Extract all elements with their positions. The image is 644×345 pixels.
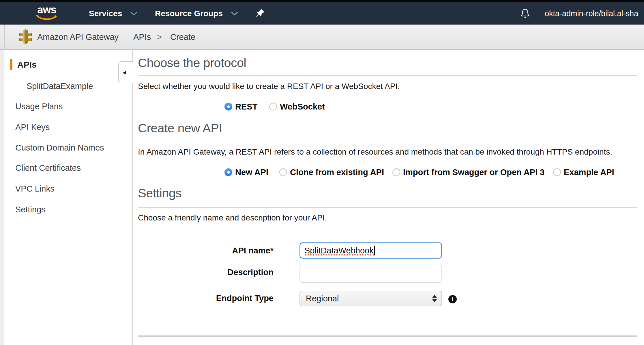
- radio-option-rest[interactable]: REST: [224, 102, 257, 112]
- radio-option-clone-api[interactable]: Clone from existing API: [279, 168, 384, 177]
- api-name-label: API name*: [173, 246, 274, 255]
- sidebar-item-vpc-links[interactable]: VPC Links: [15, 184, 54, 194]
- endpoint-type-select[interactable]: Regional: [299, 291, 442, 306]
- protocol-section-description: Select whether you would like to create …: [138, 82, 400, 91]
- pin-icon[interactable]: [256, 8, 265, 19]
- section-divider: [138, 75, 637, 76]
- example-api-radio-button[interactable]: [553, 168, 561, 176]
- endpoint-type-info-icon[interactable]: i: [448, 295, 457, 303]
- text-cursor: [374, 246, 375, 255]
- description-input[interactable]: [299, 265, 442, 283]
- nav-menu-resource-groups[interactable]: Resource Groups: [155, 9, 223, 18]
- aws-console-window: aws Services Resource Groups okta-admin-…: [0, 0, 644, 345]
- radio-option-websocket[interactable]: WebSocket: [269, 102, 325, 112]
- nav-menu-services[interactable]: Services: [89, 9, 122, 18]
- radio-option-import-swagger[interactable]: Import from Swagger or Open API 3: [392, 168, 544, 177]
- select-stepper-icon: [432, 295, 437, 303]
- settings-section-title: Settings: [138, 186, 181, 200]
- sidebar-collapse-button[interactable]: ◀: [118, 61, 133, 83]
- gutter-divider: [4, 25, 5, 49]
- sidebar-item-client-certificates[interactable]: Client Certificates: [15, 163, 81, 173]
- api-name-input[interactable]: SplitDataWebhook: [299, 242, 442, 259]
- breadcrumb-apis-link[interactable]: APIs: [133, 32, 151, 42]
- create-section-title: Create new API: [138, 121, 222, 135]
- breadcrumb-current-page: Create: [170, 32, 195, 42]
- bottom-section-divider: [138, 335, 637, 337]
- sidebar-item-apis[interactable]: APIs: [17, 60, 37, 70]
- sidebar-item-usage-plans[interactable]: Usage Plans: [15, 102, 63, 111]
- create-section-description: In Amazon API Gateway, a REST API refers…: [138, 147, 612, 157]
- import-swagger-radio-label: Import from Swagger or Open API 3: [403, 168, 544, 177]
- clone-api-radio-button[interactable]: [279, 168, 287, 176]
- window-left-gutter: [0, 50, 4, 345]
- breadcrumb-separator: >: [157, 32, 162, 42]
- sidebar-item-settings[interactable]: Settings: [15, 205, 46, 214]
- resource-groups-chevron-down-icon[interactable]: [231, 12, 238, 15]
- aws-top-navbar: aws Services Resource Groups okta-admin-…: [0, 2, 644, 25]
- sidebar-item-custom-domain-names[interactable]: Custom Domain Names: [15, 143, 104, 153]
- aws-logo-text: aws: [35, 5, 58, 15]
- radio-option-example-api[interactable]: Example API: [553, 168, 614, 177]
- api-gateway-service-icon: [18, 29, 33, 45]
- spellcheck-underline: [304, 254, 374, 256]
- notifications-bell-icon[interactable]: [520, 8, 530, 19]
- account-role-menu[interactable]: okta-admin-role/bilal.al-sha: [545, 9, 638, 18]
- sidebar-item-splitdataexample[interactable]: SplitDataExample: [27, 81, 93, 91]
- clone-api-radio-label: Clone from existing API: [290, 168, 384, 177]
- endpoint-type-label: Endpoint Type: [173, 294, 274, 303]
- websocket-radio-button[interactable]: [269, 103, 277, 111]
- rest-radio-label: REST: [235, 102, 257, 112]
- sidebar-active-indicator: [10, 59, 12, 70]
- window-top-strip: [0, 0, 644, 2]
- section-divider: [138, 141, 637, 141]
- description-label: Description: [173, 268, 274, 277]
- sidebar-item-api-keys[interactable]: API Keys: [15, 123, 50, 132]
- collapse-left-arrow-icon: ◀: [123, 70, 126, 75]
- rest-radio-button[interactable]: [224, 103, 232, 111]
- sidebar-divider: [132, 50, 133, 345]
- aws-smile-icon: [36, 15, 57, 21]
- breadcrumb-bar: Amazon API Gateway APIs > Create: [0, 25, 644, 50]
- services-chevron-down-icon[interactable]: [130, 12, 137, 15]
- websocket-radio-label: WebSocket: [280, 102, 325, 112]
- radio-option-new-api[interactable]: New API: [224, 168, 268, 177]
- new-api-radio-label: New API: [235, 168, 268, 177]
- example-api-radio-label: Example API: [564, 168, 614, 177]
- settings-section-description: Choose a friendly name and description f…: [138, 213, 327, 222]
- breadcrumb-service-name[interactable]: Amazon API Gateway: [37, 32, 119, 42]
- section-divider: [138, 207, 637, 208]
- aws-logo[interactable]: aws: [35, 5, 58, 22]
- endpoint-type-selected-value: Regional: [306, 294, 339, 303]
- breadcrumb-divider: [125, 25, 125, 49]
- protocol-section-title: Choose the protocol: [138, 56, 246, 70]
- new-api-radio-button[interactable]: [224, 168, 232, 176]
- sidebar-nav: [4, 50, 132, 345]
- import-swagger-radio-button[interactable]: [392, 168, 400, 176]
